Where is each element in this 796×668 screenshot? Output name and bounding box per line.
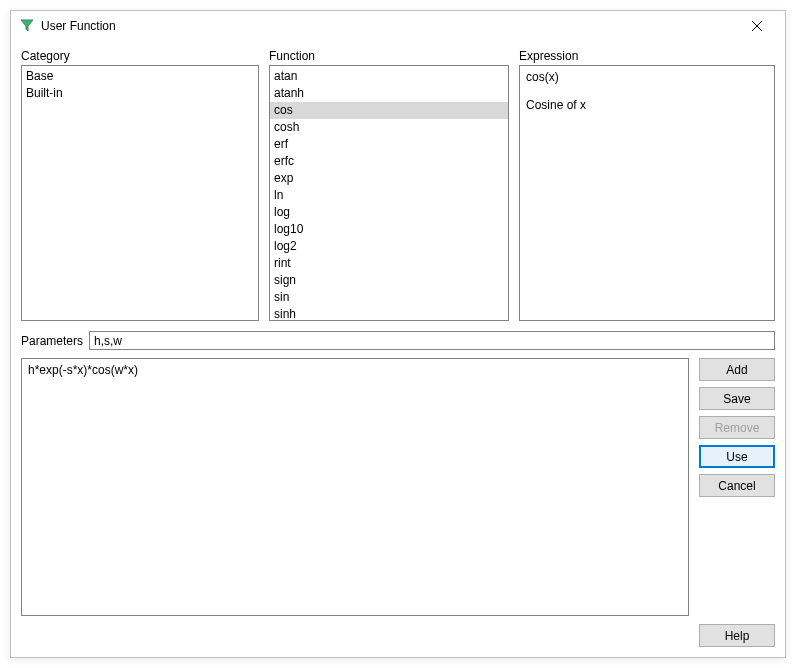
function-listbox[interactable]: atanatanhcoscosherferfcexplnloglog10log2…: [269, 65, 509, 321]
parameters-label: Parameters: [21, 334, 83, 348]
help-row: Help: [21, 624, 775, 647]
expression-formula: cos(x): [526, 70, 768, 84]
expression-label: Expression: [519, 49, 775, 63]
svg-marker-0: [21, 20, 33, 31]
save-button[interactable]: Save: [699, 387, 775, 410]
list-item[interactable]: erf: [270, 136, 508, 153]
expression-panel: cos(x) Cosine of x: [519, 65, 775, 321]
list-item[interactable]: log: [270, 204, 508, 221]
button-column: Add Save Remove Use Cancel: [699, 358, 775, 616]
list-item[interactable]: sign: [270, 272, 508, 289]
window-title: User Function: [41, 19, 737, 33]
list-item[interactable]: sinh: [270, 306, 508, 321]
help-button[interactable]: Help: [699, 624, 775, 647]
list-item[interactable]: sin: [270, 289, 508, 306]
use-button[interactable]: Use: [699, 445, 775, 468]
cancel-button[interactable]: Cancel: [699, 474, 775, 497]
funnel-icon: [19, 18, 35, 34]
function-label: Function: [269, 49, 509, 63]
list-item[interactable]: erfc: [270, 153, 508, 170]
bottom-row: Add Save Remove Use Cancel: [21, 358, 775, 616]
parameters-row: Parameters: [21, 331, 775, 350]
expression-column: Expression cos(x) Cosine of x: [519, 49, 775, 321]
close-icon: [752, 21, 762, 31]
list-item[interactable]: cosh: [270, 119, 508, 136]
dialog-content: Category BaseBuilt-in Function atanatanh…: [11, 41, 785, 657]
user-expression-input[interactable]: [21, 358, 689, 616]
list-item[interactable]: Built-in: [22, 85, 258, 102]
list-item[interactable]: atan: [270, 68, 508, 85]
list-item[interactable]: cos: [270, 102, 508, 119]
top-panels: Category BaseBuilt-in Function atanatanh…: [21, 49, 775, 321]
close-button[interactable]: [737, 14, 777, 38]
category-column: Category BaseBuilt-in: [21, 49, 259, 321]
parameters-input[interactable]: [89, 331, 775, 350]
add-button[interactable]: Add: [699, 358, 775, 381]
remove-button: Remove: [699, 416, 775, 439]
list-item[interactable]: rint: [270, 255, 508, 272]
user-function-dialog: User Function Category BaseBuilt-in Func…: [10, 10, 786, 658]
list-item[interactable]: log2: [270, 238, 508, 255]
list-item[interactable]: Base: [22, 68, 258, 85]
list-item[interactable]: log10: [270, 221, 508, 238]
list-item[interactable]: ln: [270, 187, 508, 204]
titlebar: User Function: [11, 11, 785, 41]
category-listbox[interactable]: BaseBuilt-in: [21, 65, 259, 321]
category-label: Category: [21, 49, 259, 63]
function-column: Function atanatanhcoscosherferfcexplnlog…: [269, 49, 509, 321]
list-item[interactable]: exp: [270, 170, 508, 187]
list-item[interactable]: atanh: [270, 85, 508, 102]
expression-description: Cosine of x: [526, 98, 768, 112]
